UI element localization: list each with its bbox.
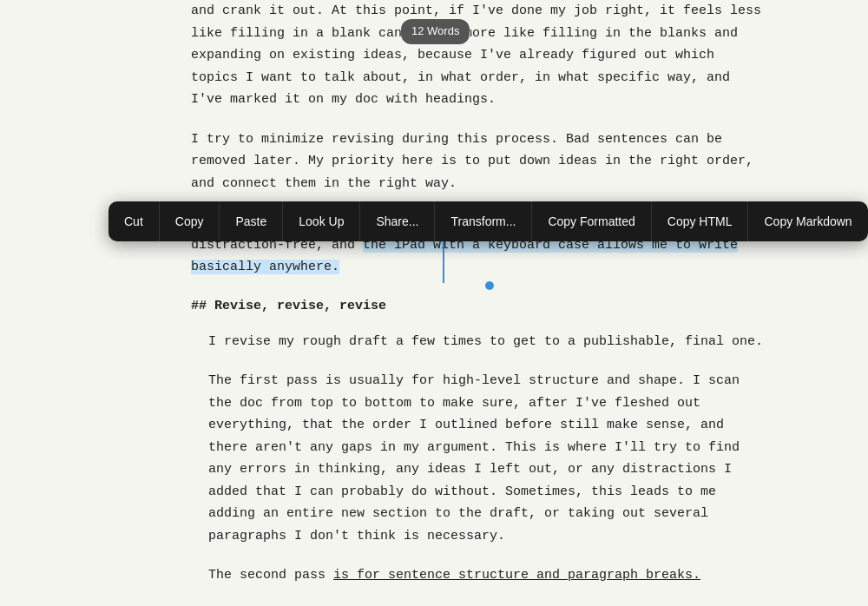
paragraph-2: I try to minimize revising during this p… <box>191 128 764 195</box>
selection-handle-bottom[interactable] <box>485 281 494 290</box>
menu-item-transform[interactable]: Transform... <box>435 201 532 241</box>
menu-item-copy-html[interactable]: Copy HTML <box>652 201 749 241</box>
text-content: and crank it out. At this point, if I've… <box>0 0 868 587</box>
paragraph-1-text: and crank it out. At this point, if I've… <box>191 3 761 107</box>
menu-item-copy-markdown[interactable]: Copy Markdown <box>748 201 867 241</box>
paragraph-6: The second pass is for sentence structur… <box>191 564 764 587</box>
menu-item-paste[interactable]: Paste <box>220 201 283 241</box>
paragraph-4-text: I revise my rough draft a few times to g… <box>208 334 763 349</box>
menu-item-copy[interactable]: Copy <box>160 201 220 241</box>
menu-item-share[interactable]: Share... <box>360 201 435 241</box>
paragraph-4: I revise my rough draft a few times to g… <box>191 331 764 353</box>
paragraph-5-text: The first pass is usually for high-level… <box>208 373 740 543</box>
word-count-badge: 12 Words <box>401 19 470 44</box>
paragraph-6-underlined: is for sentence structure and paragraph … <box>333 568 700 583</box>
paragraph-2-text: I try to minimize revising during this p… <box>191 132 753 191</box>
menu-item-look-up[interactable]: Look Up <box>283 201 360 241</box>
editor-area: 12 Words and crank it out. At this point… <box>0 0 868 606</box>
paragraph-1: and crank it out. At this point, if I've… <box>191 0 764 111</box>
menu-item-copy-formatted[interactable]: Copy Formatted <box>532 201 651 241</box>
paragraph-6-start: The second pass <box>208 568 333 583</box>
context-menu: Cut Copy Paste Look Up Share... Transfor… <box>108 201 868 241</box>
paragraph-5: The first pass is usually for high-level… <box>191 370 764 547</box>
heading-revise: ## Revise, revise, revise <box>191 296 764 317</box>
menu-item-cut[interactable]: Cut <box>108 201 160 241</box>
heading-text: ## Revise, revise, revise <box>191 299 386 313</box>
word-count-label: 12 Words <box>411 24 459 37</box>
